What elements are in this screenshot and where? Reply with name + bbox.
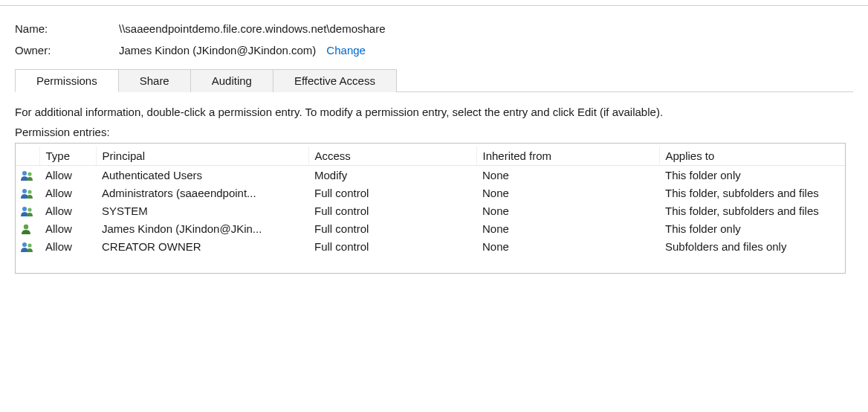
entries-heading: Permission entries: (15, 126, 853, 138)
owner-label: Owner: (15, 44, 119, 57)
tabs: Permissions Share Auditing Effective Acc… (15, 68, 853, 92)
col-access-header[interactable]: Access (308, 147, 476, 166)
tab-auditing[interactable]: Auditing (190, 69, 273, 92)
tab-effective-access[interactable]: Effective Access (273, 69, 397, 92)
svg-point-6 (24, 225, 28, 229)
users-group-icon (16, 184, 39, 202)
cell-access: Full control (308, 219, 476, 237)
col-principal-header[interactable]: Principal (96, 147, 308, 166)
table-row[interactable]: AllowSYSTEMFull controlNoneThis folder, … (16, 202, 845, 219)
cell-inherited: None (476, 237, 659, 255)
col-inherited-header[interactable]: Inherited from (476, 147, 659, 166)
cell-access: Full control (308, 184, 476, 202)
users-group-icon (16, 202, 39, 219)
cell-access: Full control (308, 202, 476, 219)
cell-applies: This folder only (659, 219, 845, 237)
cell-type: Allow (39, 237, 96, 255)
svg-point-5 (27, 207, 31, 211)
instruction-text: For additional information, double-click… (15, 106, 853, 118)
cell-inherited: None (476, 166, 659, 184)
tab-permissions[interactable]: Permissions (15, 69, 119, 92)
security-dialog: Name: \\saaeendpointdemo.file.core.windo… (0, 6, 868, 274)
tab-share[interactable]: Share (118, 69, 191, 92)
users-group-icon (16, 237, 39, 255)
cell-access: Modify (308, 166, 476, 184)
cell-applies: Subfolders and files only (659, 237, 845, 255)
cell-applies: This folder, subfolders and files (659, 202, 845, 219)
owner-row: Owner: James Kindon (JKindon@JKindon.com… (15, 44, 853, 57)
cell-principal: James Kindon (JKindon@JKin... (96, 219, 308, 237)
permission-table-container: Type Principal Access Inherited from App… (15, 143, 846, 274)
cell-type: Allow (39, 202, 96, 219)
svg-point-7 (22, 242, 27, 247)
cell-principal: SYSTEM (96, 202, 308, 219)
col-applies-header[interactable]: Applies to (659, 147, 845, 166)
cell-applies: This folder, subfolders and files (659, 184, 845, 202)
owner-value: James Kindon (JKindon@JKindon.com) (119, 44, 316, 57)
col-icon-header[interactable] (16, 147, 39, 166)
col-type-header[interactable]: Type (39, 147, 96, 166)
change-owner-link[interactable]: Change (326, 44, 366, 57)
table-row[interactable]: AllowJames Kindon (JKindon@JKin...Full c… (16, 219, 845, 237)
user-icon (16, 219, 39, 237)
table-row[interactable]: AllowAuthenticated UsersModifyNoneThis f… (16, 166, 845, 184)
svg-point-2 (22, 189, 27, 193)
cell-type: Allow (39, 184, 96, 202)
cell-principal: CREATOR OWNER (96, 237, 308, 255)
cell-principal: Administrators (saaeendpoint... (96, 184, 308, 202)
svg-point-4 (22, 207, 27, 211)
cell-access: Full control (308, 237, 476, 255)
svg-point-1 (27, 172, 31, 176)
table-header-row: Type Principal Access Inherited from App… (16, 147, 845, 166)
table-row[interactable]: AllowCREATOR OWNERFull controlNoneSubfol… (16, 237, 845, 255)
svg-point-3 (27, 190, 31, 193)
cell-inherited: None (476, 202, 659, 219)
users-group-icon (16, 166, 39, 184)
cell-type: Allow (39, 166, 96, 184)
cell-inherited: None (476, 219, 659, 237)
cell-type: Allow (39, 219, 96, 237)
name-value: \\saaeendpointdemo.file.core.windows.net… (119, 22, 386, 35)
permission-table: Type Principal Access Inherited from App… (16, 147, 845, 255)
name-row: Name: \\saaeendpointdemo.file.core.windo… (15, 22, 853, 35)
cell-applies: This folder only (659, 166, 845, 184)
cell-principal: Authenticated Users (96, 166, 308, 184)
table-row[interactable]: AllowAdministrators (saaeendpoint...Full… (16, 184, 845, 202)
cell-inherited: None (476, 184, 659, 202)
name-label: Name: (15, 22, 119, 35)
svg-point-8 (27, 244, 31, 248)
svg-point-0 (22, 171, 27, 176)
